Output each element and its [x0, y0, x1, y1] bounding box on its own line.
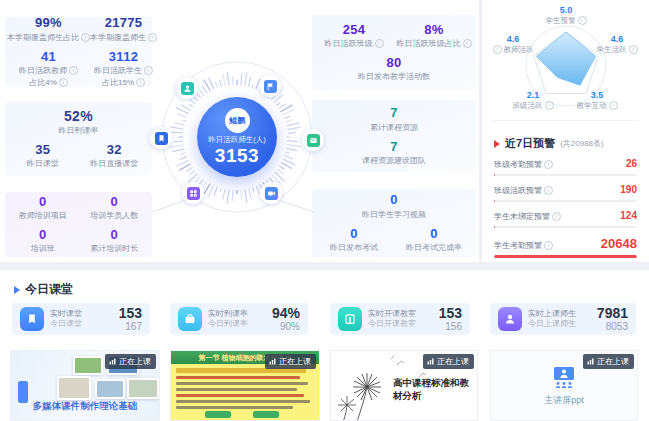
info-icon[interactable] — [544, 186, 553, 195]
stat-label: 昨日活跃教师 — [7, 65, 90, 76]
person-icon — [498, 307, 522, 331]
divider — [492, 120, 639, 121]
stat-training-projects: 0 教师培训项目 — [7, 195, 79, 221]
warning-value: 20648 — [601, 236, 637, 251]
kpi-subvalue: 167 — [119, 321, 142, 333]
info-icon[interactable] — [69, 66, 78, 75]
warning-value: 190 — [620, 184, 637, 195]
kpi-card-attendance-rate: 实时到课率 今日到课率 94% 90% — [170, 303, 308, 335]
info-icon[interactable] — [544, 160, 553, 169]
stat-value: 21775 — [90, 16, 157, 30]
live-badge: 正在上课 — [423, 354, 474, 369]
classroom-title: 今日课堂 — [25, 281, 73, 298]
info-icon[interactable] — [148, 33, 157, 42]
ring-node-activity[interactable] — [259, 75, 281, 97]
brand-logo: 鲲鹏 — [225, 108, 250, 133]
stat-label: 累计培训时长 — [79, 243, 151, 254]
info-icon[interactable] — [463, 39, 472, 48]
stat-training-classes: 0 培训班 — [7, 228, 79, 254]
ring-node-course[interactable] — [150, 127, 172, 149]
stat-sublabel: 占比4% — [7, 77, 90, 88]
grid-icon — [187, 187, 200, 200]
coverage-stats-card: 99% 本学期覆盖师生占比 21775 本学期覆盖师生 41 昨日活跃教师 占比… — [5, 17, 152, 87]
warning-value: 124 — [620, 210, 637, 221]
training-stats-card: 0 教师培训项目 0 培训学员人数 0 培训班 0 累计培训时长 — [5, 192, 152, 257]
kpi-card-online-users: 实时上课师生 今日上课师生 7981 8053 — [490, 303, 636, 335]
info-icon[interactable] — [578, 16, 587, 25]
section-pointer-icon — [14, 286, 20, 294]
stat-value: 0 — [394, 227, 474, 241]
warning-bar — [494, 226, 637, 228]
slide-thumbnail — [57, 376, 91, 400]
signal-bars-icon — [587, 358, 594, 365]
signal-bars-icon — [427, 358, 434, 365]
kpi-value: 153 — [119, 305, 142, 322]
stat-label: 教师培训项目 — [7, 210, 79, 221]
kpi-subvalue: 8053 — [597, 321, 628, 333]
warning-bar — [494, 200, 637, 202]
warning-row-class-attendance: 班级考勤预警 26 — [494, 158, 637, 176]
live-badge: 正在上课 — [265, 354, 316, 369]
info-icon[interactable] — [545, 101, 554, 110]
slide-thumbnail — [73, 356, 103, 375]
stat-label: 昨日课堂 — [7, 158, 79, 169]
classroom-icon — [338, 307, 362, 331]
signal-bars-icon — [109, 358, 116, 365]
kpi-value: 7981 — [597, 305, 628, 322]
ring-node-teacher[interactable] — [176, 77, 198, 99]
ring-node-resource[interactable] — [302, 129, 324, 151]
slide-thumbnail — [127, 378, 159, 399]
info-icon[interactable] — [375, 39, 384, 48]
signal-bars-icon — [269, 358, 276, 365]
slide-button — [253, 411, 279, 418]
today-classroom-panel: 今日课堂 实时课堂 今日课堂 153 167 实时到课率 今日到课率 — [0, 270, 649, 421]
center-kpi-value: 3153 — [215, 145, 259, 167]
live-badge: 正在上课 — [105, 354, 156, 369]
live-class-card-ppt[interactable]: 主讲屏ppt 正在上课 — [490, 350, 638, 421]
stat-label: 培训班 — [7, 243, 79, 254]
stat-value: 35 — [7, 143, 79, 157]
stat-label: 本学期覆盖师生 — [90, 32, 157, 43]
bookmark-icon — [155, 132, 168, 145]
info-icon[interactable] — [59, 78, 68, 87]
camera-icon — [265, 187, 278, 200]
info-icon[interactable] — [544, 241, 553, 250]
mail-icon — [307, 134, 320, 147]
info-icon[interactable] — [609, 101, 618, 110]
slide-thumbnail — [95, 379, 125, 399]
slide-button — [205, 411, 231, 418]
flag-icon — [264, 80, 277, 93]
person-icon — [181, 82, 194, 95]
stat-semester-coverage-count: 21775 本学期覆盖师生 — [90, 16, 157, 42]
stat-attendance-rate: 52% 昨日到课率 — [7, 109, 150, 136]
live-class-card-multimedia[interactable]: 多媒体课件制作理论基础 正在上课 — [10, 350, 160, 421]
warning-row-student-attendance: 学生考勤预警 20648 — [494, 236, 637, 258]
live-class-card-curriculum[interactable]: 高中课程标准和教材分析 正在上课 — [330, 350, 478, 421]
info-icon[interactable] — [81, 33, 90, 42]
warning-bar — [494, 255, 637, 258]
radar-axis-teacher-active: 4.6 教师活跃 — [484, 34, 542, 55]
stat-yesterday-classes: 35 昨日课堂 — [7, 143, 79, 169]
radar-axis-student-warning: 5.0 学生预警 — [516, 5, 616, 26]
info-icon[interactable] — [629, 45, 638, 54]
warning-value: 26 — [626, 158, 637, 169]
info-icon[interactable] — [493, 45, 502, 54]
ring-node-video[interactable] — [260, 182, 282, 204]
live-class-card-biology[interactable]: 第一节 植物细胞的吸水和失水 正在上课 — [170, 350, 320, 421]
alert-pointer-icon — [494, 140, 500, 148]
stat-value: 41 — [7, 50, 90, 64]
warnings-title: 近7日预警 — [505, 136, 555, 151]
course-title: 多媒体课件制作理论基础 — [11, 400, 159, 413]
kpi-value: 153 — [439, 305, 462, 322]
ring-node-training[interactable] — [182, 182, 204, 204]
stat-value: 52% — [7, 109, 150, 124]
center-kpi-label: 昨日活跃师生(人) — [208, 135, 266, 145]
stat-value: 254 — [314, 23, 394, 37]
slide-body — [171, 364, 319, 420]
warnings-total: (共20988条) — [560, 138, 604, 149]
overview-panel: 99% 本学期覆盖师生占比 21775 本学期覆盖师生 41 昨日活跃教师 占比… — [0, 0, 479, 262]
warning-row-student-unbound: 学生未绑定预警 124 — [494, 210, 637, 228]
radar-axis-class-active: 2.1 班级活跃 — [502, 90, 564, 111]
activity-warning-panel: 5.0 学生预警 4.6 学生活跃 3.5 教学互动 2.1 班级活跃 4.6 … — [482, 0, 649, 262]
info-icon[interactable] — [552, 212, 561, 221]
